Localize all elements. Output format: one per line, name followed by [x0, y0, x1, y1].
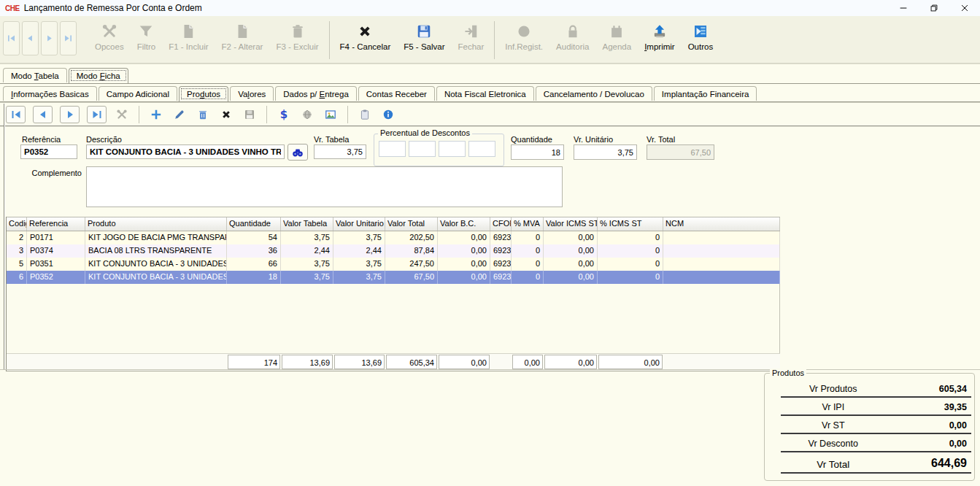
floppy-gray-icon	[244, 109, 255, 120]
referencia-field[interactable]	[20, 144, 77, 159]
complemento-field[interactable]	[86, 166, 563, 207]
tab-nota-fiscal-eletronica[interactable]: Nota Fiscal Eletronica	[436, 86, 534, 101]
summary-label: Vr ST	[781, 420, 886, 431]
rec-info-button[interactable]	[380, 106, 396, 123]
table-row[interactable]: 5P0351KIT CONJUNTO BACIA - 3 UNIDADES V6…	[7, 258, 780, 271]
rec-paste-button[interactable]	[357, 106, 373, 123]
toolbar-button-f4-cancelar[interactable]: F4 - Cancelar	[333, 21, 398, 52]
close-icon[interactable]	[949, 0, 980, 16]
nav-next-button[interactable]	[41, 21, 58, 55]
percentual-desconto-field-1[interactable]	[379, 141, 406, 157]
tab-dados-p-entrega[interactable]: Dados p/ Entrega	[275, 86, 357, 101]
rec-globe-button[interactable]	[299, 106, 315, 123]
rec-next-button[interactable]	[60, 106, 80, 123]
rec-add-button[interactable]	[148, 106, 164, 123]
rec-save-button[interactable]	[242, 106, 258, 123]
percentual-desconto-field-4[interactable]	[468, 141, 495, 157]
table-row[interactable]: 2P0171KIT JOGO DE BACIA PMG TRANSPAREN54…	[7, 231, 780, 244]
nav-prev-icon	[26, 34, 35, 43]
rec-last-button[interactable]	[87, 106, 107, 123]
rec-prev-button[interactable]	[33, 106, 53, 123]
grid-column-header[interactable]: NCM	[663, 217, 780, 231]
toolbar-button-auditoria[interactable]: Auditoria	[549, 21, 595, 52]
rec-delete-button[interactable]	[195, 106, 211, 123]
toolbar-button-f3-excluir[interactable]: F3 - Excluir	[269, 21, 325, 52]
tab-valores[interactable]: Valores	[230, 86, 274, 101]
tools-icon	[101, 22, 117, 41]
grid-cell: 0,00	[438, 271, 490, 284]
toolbar-button-f2-alterar[interactable]: F2 - Alterar	[215, 21, 270, 52]
summary-label: Vr Produtos	[781, 384, 886, 394]
tab-campo-adicional[interactable]: Campo Adicional	[99, 86, 177, 101]
grid-column-header[interactable]: Valor B.C.	[438, 217, 490, 231]
toolbar-button-label: F5 - Salvar	[404, 42, 444, 51]
grid-total-value: 13,69	[282, 355, 333, 369]
grid-column-header[interactable]: Valor ICMS ST	[544, 217, 598, 231]
percentual-desconto-field-2[interactable]	[409, 141, 436, 157]
main-toolbar: OpcoesFiltroF1 - IncluirF2 - AlterarF3 -…	[0, 16, 980, 64]
percentual-desconto-field-3[interactable]	[439, 141, 466, 157]
table-row[interactable]: 3P0374BACIA 08 LTRS TRANSPARENTE362,442,…	[7, 244, 780, 258]
vr-tabela-field[interactable]	[314, 144, 366, 159]
tab-modo-tabela[interactable]: Modo Tabela	[3, 68, 67, 82]
toolbar-button-f5-salvar[interactable]: F5 - Salvar	[397, 21, 451, 52]
tab-produtos[interactable]: Produtos	[179, 86, 228, 101]
grid-column-header[interactable]: Valor Total	[385, 217, 438, 231]
rec-money-button[interactable]: $	[276, 106, 292, 123]
grid-column-header[interactable]: Quantidade	[227, 217, 281, 231]
rec-edit-button[interactable]	[171, 106, 188, 123]
grid-total-slot: 13,69	[333, 354, 385, 371]
grid-cell	[663, 258, 780, 271]
totals-legend: Produtos	[770, 369, 806, 377]
summary-row: Vr Total644,69	[781, 452, 971, 474]
toolbar-button-label: Imprimir	[644, 42, 675, 51]
tab-implantacao-financeira[interactable]: Implantação Financeira	[654, 86, 757, 101]
toolbar-button-f1-incluir[interactable]: F1 - Incluir	[162, 21, 215, 52]
vr-tabela-label: Vr. Tabela	[314, 135, 349, 144]
restore-icon[interactable]	[919, 0, 949, 16]
grid-total-slot	[7, 354, 27, 371]
rec-tools-button[interactable]	[114, 106, 130, 123]
toolbar-button-opcoes[interactable]: Opcoes	[88, 21, 131, 52]
grid-column-header[interactable]: Produto	[85, 217, 227, 231]
tab-modo-ficha[interactable]: Modo Ficha	[69, 68, 128, 83]
grid-cell: 0	[598, 258, 663, 271]
nav-first-button[interactable]	[3, 21, 20, 55]
toolbar-button-inf-regist[interactable]: Inf.Regist.	[498, 21, 549, 52]
grid-column-header[interactable]: Valor Tabela	[281, 217, 333, 231]
nav-last-button[interactable]	[60, 21, 77, 55]
grid-column-header[interactable]: Valor Unitario	[333, 217, 385, 231]
rec-first-button[interactable]	[6, 106, 26, 123]
grid-column-header[interactable]: Codig	[7, 217, 27, 231]
table-row[interactable]: 6P0352KIT CONJUNTO BACIA - 3 UNIDADES V1…	[7, 271, 780, 284]
quantidade-field[interactable]	[511, 144, 564, 160]
tab-informacoes-basicas[interactable]: Informações Basicas	[3, 86, 97, 101]
grid-column-header[interactable]: CFOP	[490, 217, 512, 231]
toolbar-button-imprimir[interactable]: Imprimir	[638, 21, 682, 52]
grid-column-header[interactable]: % ICMS ST	[598, 217, 663, 231]
rec-picture-button[interactable]	[323, 106, 339, 123]
nav-prev-button[interactable]	[22, 21, 39, 55]
agenda-icon	[609, 22, 625, 41]
minimize-icon[interactable]	[888, 0, 919, 16]
rec-cancel-button[interactable]	[218, 106, 234, 123]
toolbar-button-fechar[interactable]: Fechar	[452, 21, 491, 52]
grid-column-header[interactable]: % MVA	[512, 217, 544, 231]
sphere-icon	[301, 109, 313, 120]
vr-unitario-field[interactable]	[574, 144, 637, 160]
grid-column-header[interactable]: Referencia	[27, 217, 85, 231]
grid-cell: 0,00	[438, 231, 490, 244]
tab-contas-receber[interactable]: Contas Receber	[358, 86, 435, 101]
toolbar-button-agenda[interactable]: Agenda	[595, 21, 638, 52]
search-binoculars-button[interactable]	[288, 144, 308, 161]
splitter-line	[0, 369, 980, 370]
grid-total-value: 0,00	[512, 355, 543, 369]
toolbar-button-outros[interactable]: Outros	[682, 21, 720, 52]
descricao-field[interactable]	[86, 144, 285, 159]
grid-total-slot	[85, 354, 227, 371]
tab-cancelamento-devolucao[interactable]: Cancelamento / Devolucao	[536, 86, 652, 101]
summary-row: Vr ST0,00	[781, 416, 971, 434]
quantidade-label: Quantidade	[511, 135, 552, 144]
toolbar-button-filtro[interactable]: Filtro	[131, 21, 163, 52]
grid-total-value: 0,00	[544, 355, 597, 369]
